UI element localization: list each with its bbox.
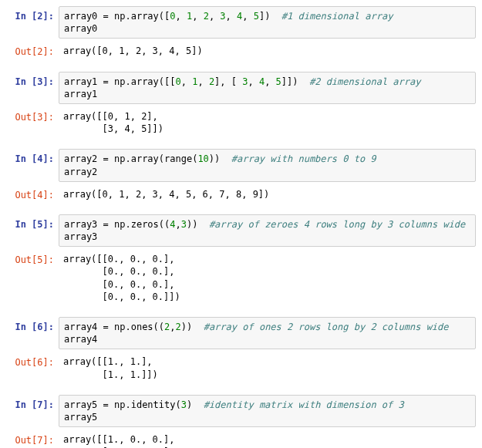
- input-prompt: In [5]:: [6, 214, 59, 247]
- cell-pair: In [2]:array0 = np.array([0, 1, 2, 3, 4,…: [6, 6, 476, 61]
- input-prompt: In [6]:: [6, 317, 59, 349]
- code-area[interactable]: array5 = np.identity(3) #identity matrix…: [59, 395, 476, 427]
- output-area: array([0, 1, 2, 3, 4, 5, 6, 7, 8, 9]): [59, 185, 476, 204]
- input-prompt: In [7]:: [6, 395, 59, 427]
- code-area[interactable]: array4 = np.ones((2,2)) #array of ones 2…: [59, 317, 476, 349]
- output-prompt: Out[7]:: [6, 430, 59, 448]
- input-cell: In [7]:array5 = np.identity(3) #identity…: [6, 395, 476, 427]
- output-cell: Out[5]:array([[0., 0., 0.], [0., 0., 0.]…: [6, 250, 476, 306]
- output-area: array([0, 1, 2, 3, 4, 5]): [59, 42, 476, 60]
- cell-pair: In [4]:array2 = np.array(range(10)) #arr…: [6, 149, 476, 204]
- input-cell: In [6]:array4 = np.ones((2,2)) #array of…: [6, 317, 476, 349]
- input-cell: In [3]:array1 = np.array([[0, 1, 2], [ 3…: [6, 72, 476, 104]
- cell-pair: In [5]:array3 = np.zeros((4,3)) #array o…: [6, 214, 476, 306]
- cell-pair: In [7]:array5 = np.identity(3) #identity…: [6, 395, 476, 448]
- code-area[interactable]: array2 = np.array(range(10)) #array with…: [59, 149, 476, 181]
- input-cell: In [2]:array0 = np.array([0, 1, 2, 3, 4,…: [6, 6, 476, 39]
- output-cell: Out[2]:array([0, 1, 2, 3, 4, 5]): [6, 42, 476, 60]
- output-area: array([[0, 1, 2], [3, 4, 5]]): [59, 107, 476, 138]
- output-cell: Out[6]:array([[1., 1.], [1., 1.]]): [6, 352, 476, 383]
- code-area[interactable]: array1 = np.array([[0, 1, 2], [ 3, 4, 5]…: [59, 72, 476, 104]
- output-prompt: Out[2]:: [6, 42, 59, 60]
- output-cell: Out[7]:array([[1., 0., 0.], [0., 1., 0.]…: [6, 430, 476, 448]
- output-area: array([[0., 0., 0.], [0., 0., 0.], [0., …: [59, 250, 476, 306]
- output-prompt: Out[5]:: [6, 250, 59, 306]
- output-area: array([[1., 0., 0.], [0., 1., 0.], [0., …: [59, 430, 476, 448]
- input-prompt: In [2]:: [6, 6, 59, 39]
- input-cell: In [4]:array2 = np.array(range(10)) #arr…: [6, 149, 476, 181]
- output-cell: Out[4]:array([0, 1, 2, 3, 4, 5, 6, 7, 8,…: [6, 185, 476, 204]
- output-prompt: Out[3]:: [6, 107, 59, 138]
- code-area[interactable]: array0 = np.array([0, 1, 2, 3, 4, 5]) #1…: [59, 6, 476, 39]
- input-cell: In [5]:array3 = np.zeros((4,3)) #array o…: [6, 214, 476, 247]
- output-cell: Out[3]:array([[0, 1, 2], [3, 4, 5]]): [6, 107, 476, 138]
- code-area[interactable]: array3 = np.zeros((4,3)) #array of zeroe…: [59, 214, 476, 247]
- output-area: array([[1., 1.], [1., 1.]]): [59, 352, 476, 383]
- input-prompt: In [3]:: [6, 72, 59, 104]
- input-prompt: In [4]:: [6, 149, 59, 181]
- cell-pair: In [3]:array1 = np.array([[0, 1, 2], [ 3…: [6, 72, 476, 139]
- cell-pair: In [6]:array4 = np.ones((2,2)) #array of…: [6, 317, 476, 384]
- notebook-view: In [2]:array0 = np.array([0, 1, 2, 3, 4,…: [6, 6, 476, 448]
- output-prompt: Out[6]:: [6, 352, 59, 383]
- output-prompt: Out[4]:: [6, 185, 59, 204]
